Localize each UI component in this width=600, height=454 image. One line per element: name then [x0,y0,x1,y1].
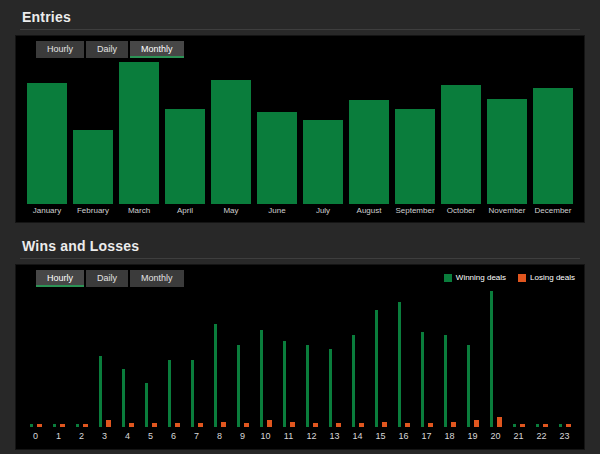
x-axis-label-october: October [438,206,484,215]
x-axis-label-hour-0: 0 [24,431,47,441]
entries-daily-button[interactable]: Daily [86,41,128,58]
entries-bar-chart [21,62,579,204]
wl-bar-group-hour-6 [162,291,185,427]
entries-bar-may [211,80,251,204]
losing-bar-hour-10 [267,420,272,427]
entries-chart-panel: Hourly Daily Monthly JanuaryFebruaryMarc… [15,35,585,223]
entries-x-axis: JanuaryFebruaryMarchAprilMayJuneJulyAugu… [21,204,579,217]
wl-bar-group-hour-23 [553,291,576,427]
x-axis-label-hour-2: 2 [70,431,93,441]
legend-winning-label: Winning deals [456,273,506,282]
entries-bar-april [165,109,205,204]
winning-bar-hour-13 [329,349,332,427]
x-axis-label-hour-14: 14 [346,431,369,441]
winning-bar-hour-7 [191,360,194,427]
x-axis-label-hour-13: 13 [323,431,346,441]
entries-bar-column [116,62,162,204]
wl-bar-group-hour-0 [24,291,47,427]
entries-bar-january [27,83,67,204]
wl-bar-group-hour-14 [346,291,369,427]
x-axis-label-hour-18: 18 [438,431,461,441]
wins-losses-panel-header: Hourly Daily Monthly Winning deals Losin… [21,270,579,287]
entries-bar-november [487,99,527,204]
losing-bar-hour-3 [106,420,111,427]
x-axis-label-january: January [24,206,70,215]
wl-bar-group-hour-8 [208,291,231,427]
winning-bar-hour-15 [375,310,378,427]
entries-monthly-button[interactable]: Monthly [130,41,184,58]
entries-bar-july [303,120,343,204]
x-axis-label-hour-7: 7 [185,431,208,441]
x-axis-label-hour-23: 23 [553,431,576,441]
entries-divider [20,29,580,30]
losing-deals-swatch [518,274,526,282]
wins-losses-monthly-button[interactable]: Monthly [130,270,184,287]
entries-bar-column [392,62,438,204]
wl-bar-group-hour-1 [47,291,70,427]
winning-bar-hour-3 [99,356,102,427]
x-axis-label-hour-21: 21 [507,431,530,441]
winning-bar-hour-17 [421,332,424,427]
legend-losing-label: Losing deals [530,273,575,282]
x-axis-label-hour-9: 9 [231,431,254,441]
entries-bar-march [119,62,159,204]
winning-bar-hour-8 [214,324,217,427]
wl-bar-group-hour-12 [300,291,323,427]
x-axis-label-hour-22: 22 [530,431,553,441]
entries-bar-column [254,62,300,204]
x-axis-label-hour-11: 11 [277,431,300,441]
x-axis-label-march: March [116,206,162,215]
entries-bar-column [24,62,70,204]
winning-bar-hour-16 [398,302,401,427]
winning-bar-hour-10 [260,330,263,427]
wl-bar-group-hour-15 [369,291,392,427]
x-axis-label-hour-6: 6 [162,431,185,441]
wl-bar-group-hour-5 [139,291,162,427]
x-axis-label-hour-16: 16 [392,431,415,441]
entries-bar-column [208,62,254,204]
entries-panel-header: Hourly Daily Monthly [21,41,579,58]
winning-bar-hour-12 [306,345,309,427]
wins-losses-hourly-button[interactable]: Hourly [36,270,84,287]
wl-bar-group-hour-3 [93,291,116,427]
wl-bar-group-hour-16 [392,291,415,427]
losing-bar-hour-19 [474,420,479,427]
wins-losses-chart-panel: Hourly Daily Monthly Winning deals Losin… [15,264,585,450]
entries-bar-column [300,62,346,204]
wins-losses-interval-toggle: Hourly Daily Monthly [36,270,184,287]
entries-bar-column [70,62,116,204]
x-axis-label-hour-12: 12 [300,431,323,441]
entries-bar-june [257,112,297,204]
winning-bar-hour-11 [283,341,286,427]
winning-bar-hour-19 [467,345,470,427]
chart-legend: Winning deals Losing deals [444,273,575,282]
legend-item-winning: Winning deals [444,273,506,282]
entries-bar-february [73,130,113,204]
winning-bar-hour-9 [237,345,240,427]
x-axis-label-hour-5: 5 [139,431,162,441]
x-axis-label-hour-3: 3 [93,431,116,441]
x-axis-label-may: May [208,206,254,215]
entries-bar-column [484,62,530,204]
wins-losses-daily-button[interactable]: Daily [86,270,128,287]
wl-bar-group-hour-9 [231,291,254,427]
x-axis-label-hour-4: 4 [116,431,139,441]
legend-item-losing: Losing deals [518,273,575,282]
wl-bar-group-hour-18 [438,291,461,427]
wl-bar-group-hour-21 [507,291,530,427]
entries-title: Entries [22,8,585,26]
wins-losses-bar-chart [21,291,579,427]
wl-bar-group-hour-10 [254,291,277,427]
winning-bar-hour-14 [352,335,355,427]
entries-hourly-button[interactable]: Hourly [36,41,84,58]
wl-bar-group-hour-2 [70,291,93,427]
x-axis-label-hour-20: 20 [484,431,507,441]
x-axis-label-december: December [530,206,576,215]
winning-bar-hour-4 [122,369,125,427]
entries-bar-october [441,85,481,204]
x-axis-label-hour-10: 10 [254,431,277,441]
x-axis-label-april: April [162,206,208,215]
entries-bar-column [162,62,208,204]
x-axis-label-hour-1: 1 [47,431,70,441]
x-axis-label-august: August [346,206,392,215]
